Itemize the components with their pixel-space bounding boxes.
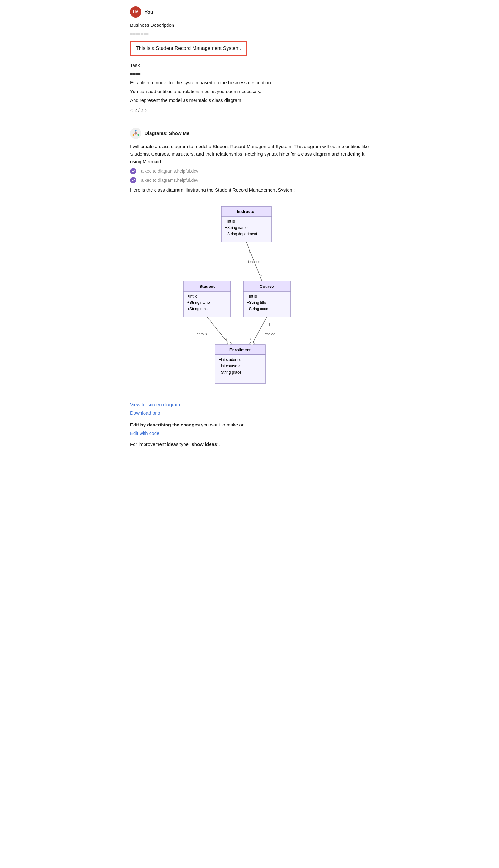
edit-bold-text: Edit by describing the changes xyxy=(130,422,200,427)
ai-message-block: Diagrams: Show Me I will create a class … xyxy=(130,121,369,450)
enrolls-mult2: * xyxy=(226,338,228,342)
teaches-dot: * xyxy=(260,274,262,278)
pagination-prev[interactable]: < xyxy=(130,107,133,114)
separator1: ======= xyxy=(130,30,369,37)
offered-mult2: * xyxy=(250,338,252,342)
tool-call-2: Talked to diagrams.helpful.dev xyxy=(130,177,369,184)
instructor-attr2: +String name xyxy=(225,226,247,230)
task-line2: You can add entities and relationships a… xyxy=(130,88,369,95)
ai-header: Diagrams: Show Me xyxy=(130,128,369,139)
edit-with-code-link[interactable]: Edit with code xyxy=(130,430,369,437)
instructor-attr1: +int id xyxy=(225,219,235,224)
svg-point-3 xyxy=(133,134,134,135)
offered-mult1: 1 xyxy=(268,323,270,326)
separator2: ==== xyxy=(130,70,369,78)
course-attr3: +String code xyxy=(247,307,268,311)
tool-call-1: Talked to diagrams.helpful.dev xyxy=(130,168,369,175)
improvement-keyword: show ideas xyxy=(191,442,217,447)
improvement-prefix: For improvement ideas type " xyxy=(130,442,191,447)
user-header: LM You xyxy=(130,6,369,17)
course-title: Course xyxy=(260,284,274,289)
ai-avatar xyxy=(130,128,142,139)
course-attr1: +int id xyxy=(247,294,257,298)
edit-description-text: Edit by describing the changes you want … xyxy=(130,421,369,429)
user-content: Business Description ======= This is a S… xyxy=(130,20,369,114)
svg-point-1 xyxy=(135,130,137,131)
instructor-attr3: +String department xyxy=(225,232,257,236)
svg-point-2 xyxy=(138,134,139,135)
tool-call-label-2: Talked to diagrams.helpful.dev xyxy=(139,177,198,184)
actions-section: View fullscreen diagram Download png xyxy=(130,401,369,417)
diagram-intro-text: Here is the class diagram illustrating t… xyxy=(130,186,369,194)
instructor-title: Instructor xyxy=(237,209,256,214)
offered-label: offered xyxy=(265,332,275,336)
teaches-label: teaches xyxy=(248,260,260,263)
student-attr2: +String name xyxy=(187,300,210,305)
improvement-text: For improvement ideas type "show ideas". xyxy=(130,441,369,448)
ai-intro-text: I will create a class diagram to model a… xyxy=(130,143,369,165)
enrollment-attr2: +int courseId xyxy=(219,364,240,368)
improvement-suffix: ". xyxy=(217,442,220,447)
task-heading: Task xyxy=(130,62,369,69)
description-highlight-box: This is a Student Record Management Syst… xyxy=(130,41,247,56)
view-fullscreen-link[interactable]: View fullscreen diagram xyxy=(130,401,369,408)
course-attr2: +String title xyxy=(247,300,266,305)
edit-suffix-text: you want to make or xyxy=(200,422,244,427)
enrolls-mult1: 1 xyxy=(199,323,201,326)
offered-line xyxy=(252,317,267,344)
uml-class-diagram-svg: Instructor +int id +String name +String … xyxy=(168,200,331,395)
enrollment-attr3: +String grade xyxy=(219,370,242,374)
tool-call-label-1: Talked to diagrams.helpful.dev xyxy=(139,168,198,175)
pagination: < 2 / 2 > xyxy=(130,107,369,114)
uml-diagram: Instructor +int id +String name +String … xyxy=(130,200,369,395)
pagination-next[interactable]: > xyxy=(145,107,147,114)
task-line3: And represent the model as mermaid's cla… xyxy=(130,97,369,104)
tool-check-icon-1 xyxy=(130,168,136,174)
user-message-block: LM You Business Description ======= This… xyxy=(130,6,369,114)
student-attr1: +int id xyxy=(187,294,197,298)
tool-check-icon-2 xyxy=(130,177,136,183)
task-line1: Establish a model for the system based o… xyxy=(130,79,369,86)
ai-name: Diagrams: Show Me xyxy=(145,130,190,137)
ai-avatar-icon xyxy=(131,129,140,138)
avatar: LM xyxy=(130,6,142,17)
enrollment-title: Enrollment xyxy=(229,347,251,352)
student-title: Student xyxy=(199,284,215,289)
enrollment-attr1: +int studentId xyxy=(219,358,241,362)
business-desc-heading: Business Description xyxy=(130,21,369,29)
user-name: You xyxy=(145,9,153,16)
student-attr3: +String email xyxy=(187,307,209,311)
download-png-link[interactable]: Download png xyxy=(130,409,369,417)
ai-content: I will create a class diagram to model a… xyxy=(130,142,369,450)
pagination-label: 2 / 2 xyxy=(134,107,143,114)
description-text: This is a Student Record Management Syst… xyxy=(136,46,241,51)
enrolls-label: enrolls xyxy=(197,332,207,336)
teaches-mult1: 1 xyxy=(249,250,251,254)
